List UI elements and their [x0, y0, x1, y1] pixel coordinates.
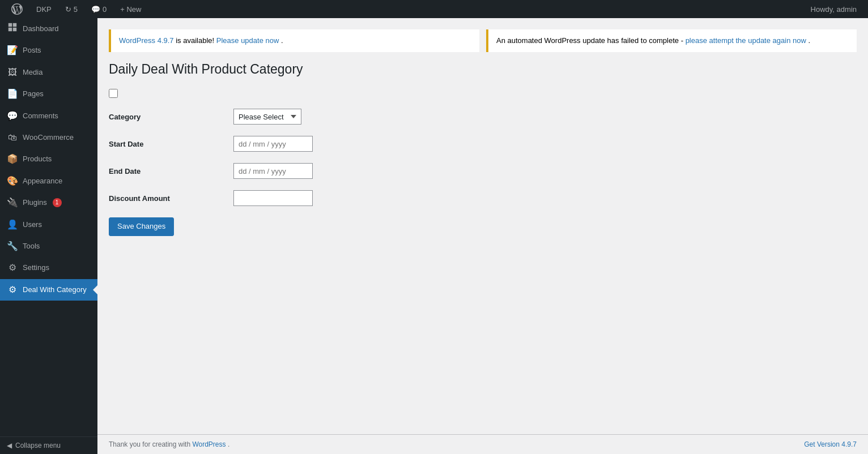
comments-sidebar-icon: 💬 — [7, 110, 18, 122]
settings-icon: ⚙ — [7, 262, 18, 274]
thank-you-end: . — [228, 440, 229, 448]
footer-right: Get Version 4.9.7 — [804, 440, 857, 448]
footer-left: Thank you for creating with WordPress . — [109, 440, 229, 448]
start-date-input[interactable] — [233, 136, 313, 152]
svg-rect-2 — [8, 28, 12, 31]
svg-rect-3 — [13, 28, 16, 31]
collapse-icon: ◀ — [7, 442, 12, 449]
sidebar-item-label: Dashboard — [23, 24, 59, 34]
sidebar-item-label: Posts — [23, 45, 41, 55]
sidebar-item-label: WooCommerce — [23, 132, 74, 143]
plugins-icon: 🔌 — [7, 196, 18, 209]
notice-update-available: WordPress 4.9.7 is available! Please upd… — [109, 29, 479, 52]
wp-version-link[interactable]: WordPress 4.9.7 — [119, 36, 174, 45]
notice-update-failed: An automated WordPress update has failed… — [486, 29, 857, 52]
sidebar-item-media[interactable]: 🖼 Media — [0, 62, 97, 83]
collapse-menu[interactable]: ◀ Collapse menu — [0, 436, 97, 454]
discount-label: Discount Amount — [109, 194, 233, 203]
form-container: Category Please Select Start Date — [109, 89, 857, 235]
thank-you-text: Thank you for creating with — [109, 440, 192, 448]
save-button[interactable]: Save Changes — [109, 217, 174, 235]
comments-link[interactable]: 💬 0 — [86, 0, 112, 18]
version-link[interactable]: Get Version 4.9.7 — [804, 440, 857, 448]
category-label: Category — [109, 113, 233, 121]
users-icon: 👤 — [7, 219, 18, 231]
site-name: DKP — [36, 5, 52, 14]
start-date-row: Start Date — [109, 136, 857, 152]
notice-update-text: WordPress 4.9.7 is available! Please upd… — [119, 36, 283, 45]
sidebar-item-appearance[interactable]: 🎨 Appearance — [0, 170, 97, 192]
comments-count: 0 — [103, 5, 107, 14]
sidebar-item-label: Settings — [23, 263, 49, 273]
end-date-wrapper — [233, 163, 313, 179]
sidebar-item-dashboard[interactable]: Dashboard — [0, 18, 97, 40]
site-name-link[interactable]: DKP — [31, 0, 57, 18]
products-icon: 📦 — [7, 153, 18, 165]
notice-text-after: . — [281, 36, 283, 45]
sidebar-item-label: Plugins — [23, 198, 47, 208]
posts-icon: 📝 — [7, 44, 18, 57]
main-content: WordPress 4.9.7 is available! Please upd… — [97, 18, 868, 434]
deal-icon: ⚙ — [7, 284, 18, 296]
sidebar-item-label: Products — [23, 154, 52, 164]
wordpress-link[interactable]: WordPress — [192, 440, 225, 448]
discount-row: Discount Amount — [109, 190, 857, 206]
category-select-wrapper: Please Select — [233, 109, 301, 125]
sidebar-item-woocommerce[interactable]: 🛍 WooCommerce — [0, 127, 97, 148]
end-date-input[interactable] — [233, 163, 313, 179]
update-now-link[interactable]: Please update now — [216, 36, 279, 45]
notice-text-middle: is available! — [176, 36, 216, 45]
sidebar-item-users[interactable]: 👤 Users — [0, 214, 97, 235]
sidebar-item-posts[interactable]: 📝 Posts — [0, 40, 97, 61]
end-date-row: End Date — [109, 163, 857, 179]
appearance-icon: 🎨 — [7, 175, 18, 187]
plugins-badge: 1 — [53, 198, 62, 207]
sidebar-item-label: Media — [23, 67, 42, 78]
howdy-text: Howdy, admin — [811, 5, 857, 14]
active-arrow — [93, 285, 97, 294]
sidebar-item-label: Comments — [23, 111, 58, 121]
woocommerce-icon: 🛍 — [7, 131, 18, 144]
sidebar-item-label: Pages — [23, 89, 44, 99]
sidebar-item-plugins[interactable]: 🔌 Plugins 1 — [0, 192, 97, 213]
category-row: Category Please Select — [109, 109, 857, 125]
media-icon: 🖼 — [7, 66, 18, 79]
discount-input[interactable] — [233, 190, 313, 206]
sidebar-item-products[interactable]: 📦 Products — [0, 148, 97, 170]
start-date-label: Start Date — [109, 140, 233, 148]
dashboard-icon — [7, 23, 18, 35]
sidebar-item-settings[interactable]: ⚙ Settings — [0, 257, 97, 279]
save-row: Save Changes — [109, 217, 857, 235]
discount-wrapper — [233, 190, 313, 206]
sidebar-item-label: Appearance — [23, 176, 62, 186]
sidebar-item-tools[interactable]: 🔧 Tools — [0, 235, 97, 257]
comments-icon: 💬 — [91, 5, 100, 14]
enable-checkbox-row — [109, 89, 857, 100]
sidebar-item-pages[interactable]: 📄 Pages — [0, 83, 97, 105]
admin-bar: DKP ↻ 5 💬 0 + New Howdy, admin — [0, 0, 868, 18]
end-date-label: End Date — [109, 167, 233, 175]
enable-checkbox[interactable] — [109, 89, 118, 98]
attempt-update-link[interactable]: please attempt the update again now — [686, 36, 806, 45]
svg-rect-0 — [8, 23, 12, 27]
collapse-label: Collapse menu — [15, 442, 61, 449]
svg-rect-1 — [13, 23, 16, 27]
sidebar-item-deal-with-category[interactable]: ⚙ Deal With Category — [0, 279, 97, 301]
sidebar-item-comments[interactable]: 💬 Comments — [0, 105, 97, 127]
updates-count: 5 — [74, 5, 78, 14]
updates-icon: ↻ — [65, 5, 71, 14]
sidebar-item-label: Deal With Category — [23, 285, 87, 295]
sidebar-item-label: Users — [23, 220, 42, 230]
tools-icon: 🔧 — [7, 240, 18, 252]
sidebar-item-label: Tools — [23, 241, 40, 251]
category-select[interactable]: Please Select — [233, 109, 301, 125]
notice-failed-text: An automated WordPress update has failed… — [496, 36, 810, 45]
notices-area: WordPress 4.9.7 is available! Please upd… — [109, 29, 857, 52]
footer: Thank you for creating with WordPress . … — [97, 434, 868, 454]
wp-logo-link[interactable] — [6, 0, 28, 18]
new-label: + New — [120, 5, 141, 14]
new-content-link[interactable]: + New — [114, 0, 147, 18]
pages-icon: 📄 — [7, 88, 18, 100]
start-date-wrapper — [233, 136, 313, 152]
updates-link[interactable]: ↻ 5 — [59, 0, 83, 18]
